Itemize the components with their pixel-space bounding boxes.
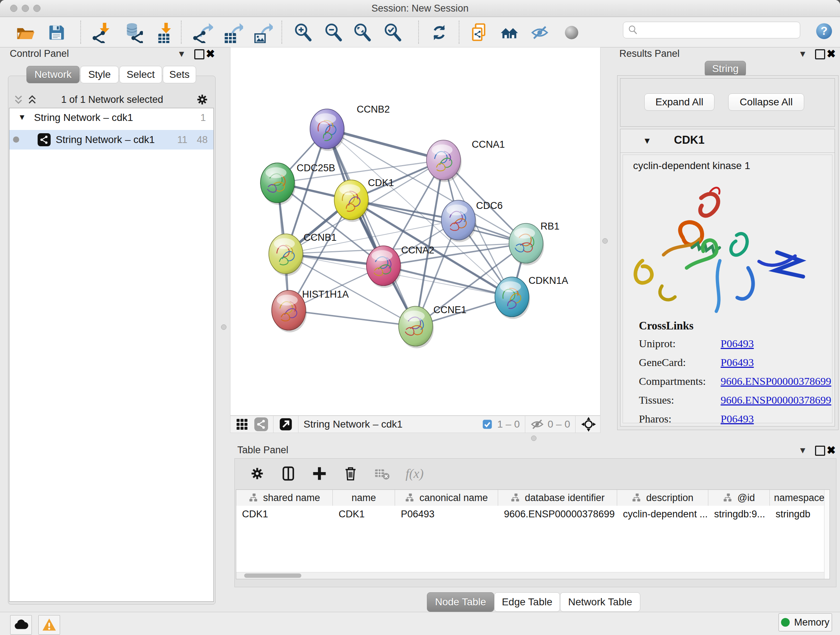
network-node[interactable] xyxy=(495,277,530,319)
crosslink-link[interactable]: 9606.ENSP00000378699 xyxy=(721,394,831,406)
expand-all-button[interactable]: Expand All xyxy=(644,93,714,111)
table-cell[interactable]: cyclin-dependent ... xyxy=(617,506,708,522)
show-columns-icon[interactable] xyxy=(280,466,296,481)
save-session-button[interactable] xyxy=(45,22,68,43)
tab-sets[interactable]: Sets xyxy=(163,66,196,83)
network-options-gear-icon[interactable] xyxy=(195,93,209,108)
tab-node-table[interactable]: Node Table xyxy=(427,592,494,612)
import-network-file-button[interactable] xyxy=(90,22,113,43)
network-graph[interactable]: CCNB2CCNA1CDC25BCDK1CDC6RB1CCNB1CCNA2CDK… xyxy=(231,48,600,415)
tree-row-collection[interactable]: ▼ String Network – cdk1 1 xyxy=(9,108,213,130)
expand-all-networks-button[interactable] xyxy=(26,93,38,107)
table-panel-float-icon[interactable] xyxy=(815,446,825,456)
network-canvas[interactable]: CCNB2CCNA1CDC25BCDK1CDC6RB1CCNB1CCNA2CDK… xyxy=(230,47,600,416)
tab-edge-table[interactable]: Edge Table xyxy=(494,592,560,612)
crosslink-link[interactable]: 9606.ENSP00000378699 xyxy=(721,375,831,387)
column-header[interactable]: namespace xyxy=(770,490,825,506)
horizontal-splitter-handle[interactable] xyxy=(531,435,537,441)
birdseye-view-button[interactable] xyxy=(235,418,248,431)
zoom-out-button[interactable] xyxy=(322,22,345,43)
warnings-button[interactable] xyxy=(38,615,60,635)
clipboard-network-button[interactable] xyxy=(468,22,491,43)
control-panel-float-icon[interactable] xyxy=(194,49,204,59)
network-node[interactable] xyxy=(269,234,304,276)
table-cell[interactable]: CDK1 xyxy=(236,506,333,522)
zoom-fit-button[interactable] xyxy=(351,22,374,43)
crosslink-link[interactable]: P06493 xyxy=(721,356,754,369)
hide-selected-button[interactable] xyxy=(528,22,551,43)
network-node[interactable] xyxy=(509,223,544,265)
results-panel-close-icon[interactable]: ✖ xyxy=(827,48,836,60)
network-edge[interactable] xyxy=(289,310,416,326)
add-column-icon[interactable] xyxy=(311,466,327,481)
search-field[interactable] xyxy=(623,22,800,38)
selected-checkbox[interactable] xyxy=(482,419,493,430)
control-panel-close-icon[interactable]: ✖ xyxy=(206,48,215,60)
network-node[interactable] xyxy=(366,246,401,288)
network-node[interactable] xyxy=(272,290,307,333)
search-input[interactable] xyxy=(639,24,793,36)
horizontal-scrollbar[interactable] xyxy=(236,572,824,579)
result-entry-header[interactable]: ▼ CDK1 xyxy=(621,129,835,153)
tab-network[interactable]: Network xyxy=(27,66,80,83)
node-label: CCNA1 xyxy=(472,139,505,150)
column-header[interactable]: database identifier xyxy=(498,490,617,506)
network-node[interactable] xyxy=(334,180,369,222)
export-image-button[interactable] xyxy=(251,22,274,43)
network-node[interactable] xyxy=(426,140,462,182)
crosshair-navigate-button[interactable] xyxy=(581,416,597,432)
control-panel-collapse-icon[interactable]: ▼ xyxy=(177,49,186,59)
network-node[interactable] xyxy=(441,200,477,242)
tab-network-table[interactable]: Network Table xyxy=(560,592,640,612)
table-panel-collapse-icon[interactable]: ▼ xyxy=(798,445,807,455)
tree-expander-icon[interactable]: ▼ xyxy=(18,112,26,122)
results-panel-collapse-icon[interactable]: ▼ xyxy=(798,49,807,59)
collapse-all-button[interactable]: Collapse All xyxy=(728,93,804,111)
cloud-status-button[interactable] xyxy=(10,615,32,635)
column-header[interactable]: @id xyxy=(708,490,770,506)
table-cell[interactable]: stringdb xyxy=(770,506,825,522)
refresh-view-button[interactable] xyxy=(428,22,451,43)
column-header[interactable]: name xyxy=(333,490,395,506)
results-panel-float-icon[interactable] xyxy=(815,49,825,59)
hidden-eye-slash-icon[interactable] xyxy=(531,417,544,431)
left-splitter-handle[interactable] xyxy=(221,325,226,330)
open-in-new-window-button[interactable] xyxy=(279,417,293,432)
entry-collapse-icon[interactable]: ▼ xyxy=(643,136,652,146)
table-row[interactable]: CDK1CDK1P064939606.ENSP00000378699cyclin… xyxy=(236,506,829,522)
network-node[interactable] xyxy=(399,306,434,348)
tab-select[interactable]: Select xyxy=(119,66,162,83)
string-network-badge-icon[interactable] xyxy=(254,417,268,431)
string-home-button[interactable] xyxy=(498,22,521,43)
vertical-scrollbar[interactable] xyxy=(824,490,829,579)
memory-button[interactable]: Memory xyxy=(778,613,832,631)
network-node[interactable] xyxy=(310,109,345,151)
import-network-database-button[interactable] xyxy=(121,22,144,43)
crosslink-link[interactable]: P06493 xyxy=(721,413,754,425)
tab-style[interactable]: Style xyxy=(80,66,118,83)
collapse-all-networks-button[interactable] xyxy=(12,93,25,107)
table-cell[interactable]: CDK1 xyxy=(333,506,395,522)
tab-string[interactable]: String xyxy=(705,61,746,77)
table-panel-close-icon[interactable]: ✖ xyxy=(827,444,836,456)
column-header[interactable]: description xyxy=(617,490,708,506)
right-splitter-handle[interactable] xyxy=(602,238,608,244)
help-button[interactable] xyxy=(813,21,836,42)
show-all-button[interactable] xyxy=(560,22,583,43)
export-network-button[interactable] xyxy=(191,22,214,43)
crosslink-link[interactable]: P06493 xyxy=(721,337,754,350)
table-cell[interactable]: P06493 xyxy=(395,506,498,522)
table-settings-gear-icon[interactable] xyxy=(249,466,265,481)
column-header[interactable]: shared name xyxy=(236,490,333,506)
column-header[interactable]: canonical name xyxy=(395,490,498,506)
delete-column-trash-icon[interactable] xyxy=(343,466,358,481)
zoom-selected-button[interactable] xyxy=(381,22,404,43)
import-table-button[interactable] xyxy=(151,22,174,43)
table-cell[interactable]: stringdb:9... xyxy=(708,506,770,522)
scrollbar-thumb[interactable] xyxy=(244,573,302,578)
export-table-button[interactable] xyxy=(221,22,244,43)
open-session-button[interactable] xyxy=(14,22,37,43)
table-cell[interactable]: 9606.ENSP00000378699 xyxy=(498,506,617,522)
zoom-in-button[interactable] xyxy=(292,22,315,43)
tree-row-network-selected[interactable]: String Network – cdk1 11 48 xyxy=(9,130,213,149)
